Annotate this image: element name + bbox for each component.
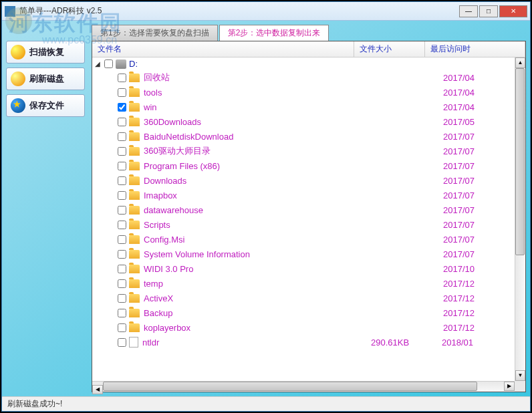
save-file-button[interactable]: 保存文件 [6,94,85,117]
file-checkbox[interactable] [118,206,126,215]
window-title: 简单寻---ADR科技 v2.5 [19,5,459,17]
scroll-down-button[interactable]: ▼ [515,370,525,381]
file-date: 2018/01 [442,337,512,348]
file-row[interactable]: temp2017/12 [92,276,515,291]
file-row[interactable]: win2017/04 [92,100,515,114]
file-date: 2017/07 [443,161,512,171]
hscroll-thumb[interactable] [103,382,477,391]
column-headers: 文件名 文件大小 最后访问时 [92,41,525,57]
drive-icon [116,59,126,69]
titlebar[interactable]: 简单寻---ADR科技 v2.5 — □ ✕ [2,2,530,21]
drive-checkbox[interactable] [104,59,113,68]
file-name: BaiduNetdiskDownload [144,132,372,142]
scroll-left-button[interactable]: ◀ [92,385,103,394]
vertical-scrollbar[interactable]: ▲ ▼ [515,57,525,381]
file-row[interactable]: ActiveX2017/12 [92,291,515,305]
file-name: Imapbox [144,190,372,200]
tab-step1[interactable]: 第1步：选择需要恢复的盘扫描 [92,25,218,41]
file-checkbox[interactable] [118,132,126,141]
file-checkbox[interactable] [118,88,126,97]
header-filesize[interactable]: 文件大小 [354,41,425,57]
file-checkbox[interactable] [118,162,126,170]
folder-icon [129,323,140,332]
file-date: 2017/07 [443,235,512,245]
tab-step2[interactable]: 第2步：选中数据复制出来 [219,25,329,41]
minimize-button[interactable]: — [459,5,478,17]
app-window: 简单寻---ADR科技 v2.5 — □ ✕ 河东软件园 www.pc0359.… [1,1,531,412]
status-bar: 刷新磁盘成功~! [2,396,530,411]
file-row[interactable]: Downloads2017/07 [92,173,515,188]
folder-icon [129,147,140,156]
file-name: 回收站 [144,72,372,84]
file-checkbox[interactable] [118,118,126,126]
scan-recover-button[interactable]: 扫描恢复 [6,41,85,63]
folder-icon [129,294,140,303]
file-checkbox[interactable] [118,103,126,112]
file-name: System Volume Information [144,249,372,259]
file-date: 2017/12 [443,323,512,333]
file-row[interactable]: 360驱动大师目录2017/07 [92,144,515,158]
file-row[interactable]: Imapbox2017/07 [92,188,515,202]
vscroll-thumb[interactable] [515,68,525,255]
content-panel: 第1步：选择需要恢复的盘扫描 第2步：选中数据复制出来 文件名 文件大小 最后访… [92,25,526,392]
file-checkbox[interactable] [118,265,126,273]
file-row[interactable]: tools2017/04 [92,85,515,100]
file-name: 360驱动大师目录 [144,145,372,157]
file-row[interactable]: koplayerbox2017/12 [92,320,515,335]
horizontal-scrollbar[interactable]: ◀ ▶ [92,381,515,392]
file-row[interactable]: datawarehouse2017/07 [92,202,515,217]
file-name: koplayerbox [144,323,372,333]
file-checkbox[interactable] [118,323,126,332]
file-row[interactable]: 回收站2017/04 [92,70,515,85]
header-filename[interactable]: 文件名 [92,41,354,57]
file-name: Config.Msi [144,235,372,245]
file-date: 2017/04 [443,102,512,112]
refresh-disk-button[interactable]: 刷新磁盘 [6,67,85,90]
file-row[interactable]: Program Files (x86)2017/07 [92,158,515,173]
file-checkbox[interactable] [118,221,126,229]
file-name: ntldr [142,337,371,348]
refresh-icon [11,72,25,86]
file-checkbox[interactable] [118,235,126,244]
file-row[interactable]: Scripts2017/07 [92,217,515,232]
status-text: 刷新磁盘成功~! [7,398,62,410]
folder-icon [129,162,140,170]
file-name: ActiveX [144,293,372,303]
file-date: 2017/07 [443,205,512,215]
file-checkbox[interactable] [118,309,126,317]
maximize-button[interactable]: □ [479,5,498,17]
folder-icon [129,279,140,288]
file-row[interactable]: Backup2017/12 [92,305,515,320]
file-checkbox[interactable] [118,279,126,288]
file-checkbox[interactable] [118,338,126,347]
file-row[interactable]: WIDI 3.0 Pro2017/10 [92,261,515,276]
file-date: 2017/04 [443,73,512,83]
save-icon [11,98,25,113]
scroll-up-button[interactable]: ▲ [515,57,525,68]
file-checkbox[interactable] [118,191,126,200]
header-lastaccess[interactable]: 最后访问时 [425,41,525,57]
scroll-corner [515,381,525,392]
file-row[interactable]: Config.Msi2017/07 [92,232,515,247]
folder-icon [129,74,140,82]
file-row[interactable]: ntldr290.61KB2018/01 [92,335,515,350]
drive-name: D: [129,59,138,69]
file-checkbox[interactable] [118,294,126,303]
file-row[interactable]: 360Downloads2017/05 [92,114,515,129]
file-checkbox[interactable] [118,147,126,156]
file-icon [129,337,138,348]
file-row[interactable]: BaiduNetdiskDownload2017/07 [92,129,515,144]
scroll-right-button[interactable]: ▶ [504,382,515,391]
folder-icon [129,176,140,185]
close-button[interactable]: ✕ [499,5,527,17]
file-checkbox[interactable] [118,74,126,82]
folder-icon [129,250,140,259]
file-date: 2017/12 [443,308,512,318]
expand-arrow-icon[interactable]: ◢ [95,60,102,67]
file-checkbox[interactable] [118,250,126,259]
drive-row[interactable]: ◢ D: [92,57,515,70]
file-row[interactable]: System Volume Information2017/07 [92,247,515,261]
file-date: 2017/07 [443,249,512,259]
file-checkbox[interactable] [118,176,126,185]
file-name: Program Files (x86) [144,161,372,171]
